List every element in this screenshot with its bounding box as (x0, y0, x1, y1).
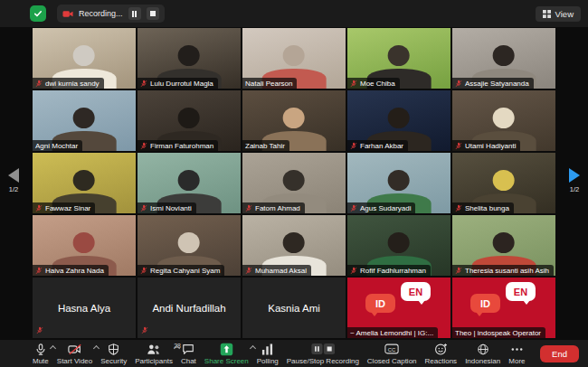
participant-tile[interactable]: Theresia susanti asih Asih (452, 215, 555, 276)
toolbar-chat-button[interactable]: Chat (181, 343, 196, 365)
participant-name: Kasnia Ami (242, 278, 346, 338)
participant-tile[interactable]: ENID~ Amelia Lemondhi | IG:... (347, 278, 450, 338)
share-screen-icon (220, 343, 233, 356)
camera-off-icon (68, 343, 82, 356)
participant-tile[interactable]: Assajie Satyananda (452, 28, 555, 89)
zoom-meeting-window: Recording... View dwi kurnia sandyLulu D… (0, 0, 588, 367)
participant-name-label: Rofif Fadhlurrahman (347, 265, 431, 276)
muted-mic-icon (140, 267, 147, 275)
chevron-up-icon[interactable] (93, 344, 100, 351)
toolbar-indonesian-button[interactable]: Indonesian (465, 343, 500, 365)
muted-mic-icon (455, 142, 462, 150)
interpreter-id-bubble: ID (470, 294, 500, 313)
muted-mic-icon (350, 204, 357, 212)
participant-name-label: Zainab Tahir (242, 140, 289, 151)
more-dots-icon (510, 343, 524, 356)
muted-mic-icon (455, 267, 462, 275)
recording-label: Recording... (79, 9, 123, 18)
recording-indicator: Recording... (57, 5, 165, 23)
interpreter-en-bubble: EN (506, 282, 536, 301)
participant-tile[interactable]: Muhamad Aksal (242, 215, 346, 276)
security-shield-icon (108, 343, 119, 356)
toolbar-item-label: Reactions (425, 357, 458, 365)
toolbar-start-video-button[interactable]: Start Video (57, 343, 92, 365)
toolbar-item-label: Mute (33, 357, 49, 365)
muted-mic-icon (350, 142, 357, 150)
participant-tile[interactable]: ENIDTheo | indospeak Operator (452, 278, 555, 338)
toolbar-share-screen-button[interactable]: Share Screen (204, 343, 249, 365)
participant-tile[interactable]: Agus Sudaryadi (347, 153, 450, 213)
muted-mic-icon (350, 267, 357, 275)
toolbar-item-label: Security (100, 357, 127, 365)
muted-mic-icon (245, 267, 252, 275)
participant-tile[interactable]: Rofif Fadhlurrahman (347, 215, 450, 276)
encryption-shield-icon[interactable] (30, 5, 46, 22)
participant-tile[interactable]: Fawwaz Sinar (33, 153, 136, 213)
participant-tile[interactable]: Haiva Zahra Nada (33, 215, 136, 276)
participant-tile[interactable]: Firman Faturohman (138, 90, 241, 151)
toolbar-closed-caption-button[interactable]: CCClosed Caption (367, 343, 417, 365)
toolbar-reactions-button[interactable]: Reactions (425, 343, 458, 365)
toolbar-pause-stop-recording-button[interactable]: Pause/Stop Recording (287, 343, 359, 365)
participant-name-label: Farhan Akbar (347, 140, 408, 151)
chevron-up-icon[interactable] (250, 344, 256, 351)
participant-name-label: Shelita bunga (452, 202, 514, 213)
interpretation-globe-icon (477, 343, 489, 356)
interpreter-en-bubble: EN (401, 282, 431, 301)
participant-tile[interactable]: dwi kurnia sandy (33, 28, 136, 89)
pause-stop-icon (310, 343, 335, 356)
participant-grid: dwi kurnia sandyLulu Durrotul MaglaNatal… (33, 28, 555, 338)
participant-tile[interactable]: Shelita bunga (452, 153, 555, 213)
participant-tile[interactable]: Regita Cahyani Syam (138, 215, 241, 276)
toolbar-polling-button[interactable]: Polling (257, 343, 279, 365)
participant-tile[interactable]: Ismi Novianti (138, 153, 241, 213)
polling-bars-icon (261, 343, 273, 356)
toolbar-item-label: Chat (181, 357, 196, 365)
pause-recording-button[interactable] (128, 7, 141, 20)
page-indicator: 1/2 (570, 185, 579, 193)
muted-mic-icon (35, 267, 43, 275)
muted-mic-icon (35, 204, 43, 212)
participant-tile[interactable]: Moe Chiba (347, 28, 450, 89)
page-indicator: 1/2 (9, 185, 18, 193)
participant-tile[interactable]: Zainab Tahir (242, 90, 346, 151)
participant-tile[interactable]: Utami Hadiyanti (452, 90, 555, 151)
toolbar-item-label: Indonesian (465, 357, 500, 365)
participant-name-label: Moe Chiba (347, 78, 400, 89)
next-page-arrow[interactable]: 1/2 (569, 168, 580, 193)
participant-tile[interactable]: Lulu Durrotul Magla (138, 28, 241, 89)
participant-tile[interactable]: Farhan Akbar (347, 90, 450, 151)
view-button-label: View (555, 9, 574, 19)
view-button[interactable]: View (536, 6, 581, 22)
participant-name-label: Firman Faturohman (138, 140, 218, 151)
participant-tile[interactable]: Natali Pearson (242, 28, 346, 89)
end-meeting-button[interactable]: End (540, 345, 579, 362)
muted-mic-icon (140, 80, 147, 88)
participant-name-label: Assajie Satyananda (452, 78, 534, 89)
toolbar-security-button[interactable]: Security (100, 343, 127, 365)
closed-caption-icon: CC (384, 343, 399, 356)
participants-icon (147, 343, 161, 356)
stop-recording-button[interactable] (147, 7, 159, 20)
chevron-up-icon[interactable] (50, 344, 56, 351)
participant-tile[interactable]: Hasna Alya (33, 278, 136, 338)
toolbar-item-label: Participants (135, 357, 173, 365)
participant-name-label: Regita Cahyani Syam (138, 265, 224, 276)
participant-tile[interactable]: Kasnia Ami (242, 278, 346, 338)
gallery-grid-icon (543, 10, 551, 18)
muted-mic-icon (35, 80, 43, 88)
toolbar-mute-button[interactable]: Mute (33, 343, 49, 365)
toolbar-item-label: Share Screen (204, 357, 249, 365)
participant-tile[interactable]: Fatom Ahmad (242, 153, 346, 213)
participant-name: Hasna Alya (33, 278, 136, 338)
toolbar-participants-button[interactable]: 28Participants (135, 343, 173, 365)
previous-page-arrow[interactable]: 1/2 (8, 168, 19, 193)
toolbar-more-button[interactable]: More (508, 343, 525, 365)
participant-name-label: Haiva Zahra Nada (33, 265, 109, 276)
participant-tile[interactable]: Andi Nurfadillah (138, 278, 241, 338)
muted-mic-icon (140, 204, 147, 212)
participant-name-label: Theo | indospeak Operator (452, 327, 545, 338)
muted-mic-icon (36, 326, 43, 334)
participant-tile[interactable]: Agni Mochtar (33, 90, 136, 151)
participant-name-label: Natali Pearson (242, 78, 297, 89)
